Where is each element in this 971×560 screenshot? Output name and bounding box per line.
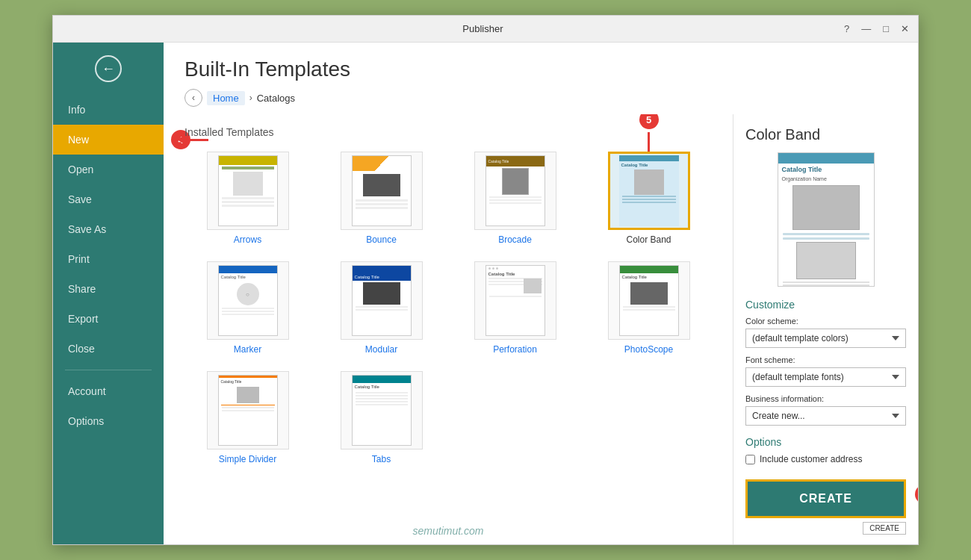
include-address-row: Include customer address — [745, 454, 906, 464]
template-item-brocade[interactable]: Catalog Title B — [452, 149, 578, 248]
sidebar-item-account[interactable]: Account — [53, 376, 164, 406]
marker-lines — [222, 308, 274, 315]
mini-page-marker: Catalog Title ○ — [218, 265, 278, 336]
bounce-lines — [356, 199, 408, 209]
window-title: Publisher — [122, 23, 844, 34]
colorband-line-1 — [622, 196, 676, 197]
photoscope-img — [630, 282, 668, 305]
preview-header-bar — [778, 153, 874, 164]
perf-dot-2 — [492, 267, 494, 270]
template-item-modular[interactable]: Catalog Title Modular — [318, 258, 444, 358]
help-button[interactable]: ? — [844, 23, 849, 34]
customize-label: Customize — [745, 299, 906, 311]
colorband-mini-title: Catalog Title — [619, 161, 679, 169]
marker-line-3 — [222, 314, 274, 315]
back-button[interactable]: ← — [53, 43, 164, 95]
arrows-top-bar — [219, 156, 277, 165]
marker-top — [219, 266, 277, 273]
brocade-mini-title: Catalog Title — [488, 159, 509, 164]
sidebar-item-new[interactable]: New — [53, 125, 164, 155]
close-button[interactable]: ✕ — [901, 23, 909, 34]
template-item-photoscope[interactable]: Catalog Title PhotoScope — [586, 258, 712, 358]
brocade-header: Catalog Title — [486, 156, 545, 167]
breadcrumb-home[interactable]: Home — [207, 91, 245, 105]
sidebar-item-open[interactable]: Open — [53, 155, 164, 184]
annotation-badge-5: 5 — [639, 114, 659, 129]
arrows-line-3 — [222, 205, 274, 207]
breadcrumb-back-btn[interactable]: ‹ — [184, 89, 202, 107]
template-label-simple-divider: Simple Divider — [219, 454, 276, 464]
template-label-tabs: Tabs — [372, 454, 391, 464]
tabs-lines — [356, 392, 408, 405]
colorband-lines — [622, 196, 676, 203]
sidebar-item-info[interactable]: Info — [53, 95, 164, 125]
back-icon: ← — [95, 55, 122, 82]
template-thumb-simple-divider: Catalog Title — [207, 371, 289, 449]
sidebar: ← Info New 4 Open Save Save As Print Sha… — [53, 43, 164, 544]
template-item-simple-divider[interactable]: Catalog Title Simple Divider — [184, 368, 311, 467]
template-thumb-marker: Catalog Title ○ — [207, 261, 289, 340]
divider-hr — [221, 405, 275, 405]
template-thumb-photoscope: Catalog Title — [608, 261, 690, 340]
minimize-button[interactable]: — — [861, 23, 871, 34]
arrows-img — [233, 172, 263, 196]
sidebar-item-new-wrapper: New 4 — [53, 125, 164, 155]
modular-mini-title: Catalog Title — [353, 273, 411, 281]
template-label-bounce: Bounce — [366, 234, 397, 245]
arrows-lines — [222, 197, 274, 207]
marker-mini-title: Catalog Title — [219, 273, 277, 281]
templates-body: Installed Templates — [164, 114, 918, 544]
sidebar-divider — [65, 370, 152, 370]
sidebar-item-options[interactable]: Options — [53, 406, 164, 436]
preview-catalog-sub: Organization Name — [778, 175, 874, 182]
template-label-modular: Modular — [365, 344, 397, 355]
sidebar-item-export[interactable]: Export — [53, 304, 164, 334]
right-panel: Color Band Catalog Title Organization Na… — [733, 114, 918, 544]
publisher-window: Publisher ? — □ ✕ ← Info New 4 O — [52, 15, 919, 545]
sidebar-item-close[interactable]: Close — [53, 334, 164, 364]
arrows-line-1 — [222, 197, 274, 199]
template-item-marker[interactable]: Catalog Title ○ Marker — [184, 258, 311, 358]
preview-lines — [783, 233, 869, 240]
template-thumb-arrows — [207, 152, 289, 230]
template-item-color-band[interactable]: 5 Catalog Title — [586, 149, 712, 248]
colorband-line-3 — [622, 202, 676, 203]
template-item-perforation[interactable]: Catalog Title — [452, 258, 578, 358]
divider-mini-title: Catalog Title — [219, 378, 277, 385]
perf-dots — [486, 266, 545, 271]
marker-circle: ○ — [237, 283, 259, 305]
tabs-line-5 — [356, 404, 408, 405]
modular-line-2 — [356, 309, 408, 311]
window-controls: ? — □ ✕ — [844, 23, 909, 34]
sidebar-item-save-as[interactable]: Save As — [53, 214, 164, 244]
template-thumb-tabs: Catalog Title — [341, 371, 423, 449]
business-info-select[interactable]: Create new... — [745, 406, 906, 426]
create-button[interactable]: CREATE — [745, 479, 906, 518]
perf-content — [486, 277, 545, 287]
template-item-bounce[interactable]: Bounce — [318, 149, 444, 248]
brocade-line-2 — [489, 199, 542, 201]
perf-dot-3 — [496, 267, 498, 270]
modular-lines — [356, 306, 408, 311]
divider-lines — [222, 407, 274, 411]
options-label: Options — [745, 436, 906, 448]
color-scheme-select[interactable]: (default template colors) — [745, 329, 906, 348]
template-item-arrows[interactable]: Arrows — [184, 149, 311, 248]
watermark: semutimut.com — [413, 525, 484, 537]
create-mini-tooltip[interactable]: CREATE — [863, 522, 906, 535]
content-area: Built-In Templates ‹ Home › Catalogs Ins… — [164, 43, 918, 544]
perf-mini-title: Catalog Title — [486, 271, 545, 277]
sidebar-item-save[interactable]: Save — [53, 184, 164, 214]
include-address-checkbox[interactable] — [745, 455, 755, 464]
font-scheme-label: Font scheme: — [745, 355, 906, 364]
breadcrumb-current: Catalogs — [257, 93, 295, 104]
title-bar: Publisher ? — □ ✕ — [53, 16, 918, 43]
main-area: ← Info New 4 Open Save Save As Print Sha… — [53, 43, 918, 544]
include-address-label[interactable]: Include customer address — [760, 454, 862, 464]
template-item-tabs[interactable]: Catalog Title — [318, 368, 444, 467]
sidebar-item-print[interactable]: Print — [53, 244, 164, 274]
maximize-button[interactable]: □ — [883, 23, 889, 34]
sidebar-item-share[interactable]: Share — [53, 274, 164, 304]
mini-page-simple-divider: Catalog Title — [218, 375, 278, 446]
font-scheme-select[interactable]: (default template fonts) — [745, 367, 906, 387]
